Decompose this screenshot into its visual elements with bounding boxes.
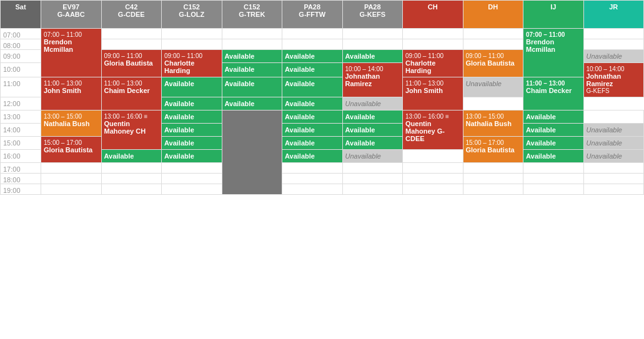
ch-1600 <box>403 150 463 163</box>
jr-1000[interactable]: 10:00 – 14:00 Johnathan Ramirez G-KEFS <box>583 63 644 97</box>
ij-1500[interactable]: Available <box>523 137 584 150</box>
jr-1700 <box>583 163 644 174</box>
table-row: 07:00 07:00 – 11:00 Brendon Mcmillan <box>1 29 644 39</box>
ev97-1800 <box>41 174 102 184</box>
pa28kefs-1500[interactable]: Available <box>342 137 403 150</box>
jr-0700 <box>583 29 644 39</box>
c42-1600[interactable]: Available <box>101 150 162 163</box>
c152lolz-0700 <box>162 29 222 39</box>
pa28fftw-0900[interactable]: Available <box>282 50 343 63</box>
ev97-1500[interactable]: 15:00 – 17:00 Gloria Bautista <box>41 137 102 163</box>
dh-1900 <box>463 184 523 195</box>
ij-1300[interactable]: Available <box>523 111 584 124</box>
ch-1100[interactable]: 11:00 – 13:00 John Smith <box>403 77 463 111</box>
dh-1100: Unavailable <box>463 77 523 97</box>
pa28fftw-1500[interactable]: Available <box>282 137 343 150</box>
c152lolz-1200[interactable]: Available <box>162 97 222 111</box>
pa28kefs-1400[interactable]: Available <box>342 124 403 137</box>
pa28fftw-1000[interactable]: Available <box>282 63 343 77</box>
dh-1300[interactable]: 13:00 – 15:00 Nathalia Bush <box>463 111 523 137</box>
dh-1700 <box>463 163 523 174</box>
ij-1100[interactable]: 11:00 – 13:00 Chaim Decker <box>523 77 584 111</box>
table-row: 11:00 11:00 – 13:00 John Smith 11:00 – 1… <box>1 77 644 97</box>
ij-0700[interactable]: 07:00 – 11:00 Brendon Mcmillan <box>523 29 584 77</box>
time-1300: 13:00 <box>1 111 41 124</box>
pa28kefs-1700 <box>342 163 403 174</box>
c152lolz-1800 <box>162 174 222 184</box>
c152lolz-1400[interactable]: Available <box>162 124 222 137</box>
ev97-1300[interactable]: 13:00 – 15:00 Nathalia Bush <box>41 111 102 137</box>
time-1100: 11:00 <box>1 77 41 97</box>
c152lolz-1700 <box>162 163 222 174</box>
schedule-container: Sat EV97 G-AABC C42 G-CDEE C152 G-LOLZ C… <box>0 0 644 195</box>
dh-0900[interactable]: 09:00 – 11:00 Gloria Bautista <box>463 50 523 77</box>
time-1000: 10:00 <box>1 63 41 77</box>
c152lolz-1600[interactable]: Available <box>162 150 222 163</box>
ij-1600[interactable]: Available <box>523 150 584 163</box>
ch-0900[interactable]: 09:00 – 11:00 Charlotte Harding <box>403 50 463 77</box>
ch-1300[interactable]: 13:00 – 16:00 ≡ Quentin Mahoney G-CDEE <box>403 111 463 150</box>
jr-1400: Unavailable <box>583 124 644 137</box>
header-c152-trek: C152 G-TREK <box>222 1 282 29</box>
dh-1200: Unavailable <box>342 97 403 111</box>
c152lolz-1300[interactable]: Available <box>162 111 222 124</box>
ev97-0700[interactable]: 07:00 – 11:00 Brendon Mcmillan <box>41 29 102 77</box>
ch-0700 <box>403 29 463 39</box>
ij-1900 <box>523 184 584 195</box>
ev97-1900 <box>41 184 102 195</box>
time-1400: 14:00 <box>1 124 41 137</box>
header-pa28-fftw: PA28 G-FFTW <box>282 1 343 29</box>
pa28kefs-1900 <box>342 184 403 195</box>
c152trek-1200[interactable]: Available <box>222 97 282 111</box>
c42-0800 <box>101 39 162 50</box>
dh-1500[interactable]: 15:00 – 17:00 Gloria Bautista <box>463 137 523 163</box>
time-1600: 16:00 <box>1 150 41 163</box>
pa28kefs-1000[interactable]: 10:00 – 14:00 Johnathan Ramirez <box>342 63 403 97</box>
c42-1700 <box>101 163 162 174</box>
ch-1900 <box>403 184 463 195</box>
pa28fftw-1200[interactable]: Available <box>282 97 343 111</box>
pa28fftw-1900 <box>282 184 343 195</box>
header-c42: C42 G-CDEE <box>101 1 162 29</box>
c42-1300[interactable]: 13:00 – 16:00 ≡ Quentin Mahoney CH <box>101 111 162 150</box>
pa28kefs-0900[interactable]: Available <box>342 50 403 63</box>
ch-1800 <box>403 174 463 184</box>
c152lolz-0900[interactable]: 09:00 – 11:00 Charlotte Harding <box>162 50 222 77</box>
c152lolz-1500[interactable]: Available <box>162 137 222 150</box>
schedule-table: Sat EV97 G-AABC C42 G-CDEE C152 G-LOLZ C… <box>0 0 644 195</box>
pa28kefs-1300[interactable]: Available <box>342 111 403 124</box>
c42-1100[interactable]: 11:00 – 13:00 Chaim Decker <box>101 77 162 111</box>
ev97-1100[interactable]: 11:00 – 13:00 John Smith <box>41 77 102 111</box>
c152trek-1100[interactable]: Available <box>222 77 282 97</box>
c42-1800 <box>101 174 162 184</box>
time-1700: 17:00 <box>1 163 41 174</box>
time-0900: 09:00 <box>1 50 41 63</box>
pa28fftw-1300[interactable]: Available <box>282 111 343 124</box>
c42-0700 <box>101 29 162 39</box>
jr-1500: Unavailable <box>583 137 644 150</box>
pa28kefs-0800 <box>342 39 403 50</box>
pa28kefs-1600: Unavailable <box>342 150 403 163</box>
ij-1400[interactable]: Available <box>523 124 584 137</box>
jr-1800 <box>583 174 644 184</box>
header-c152-lolz: C152 G-LOLZ <box>162 1 222 29</box>
jr-0800 <box>583 39 644 50</box>
header-ch: CH <box>403 1 463 29</box>
time-0800: 08:00 <box>1 39 41 50</box>
jr-1300 <box>583 111 644 124</box>
dh-0800 <box>463 39 523 50</box>
header-sat: Sat <box>1 1 41 29</box>
pa28fftw-1600[interactable]: Available <box>282 150 343 163</box>
header-ev97: EV97 G-AABC <box>41 1 102 29</box>
pa28fftw-1800 <box>282 174 343 184</box>
c152trek-0900[interactable]: Available <box>222 50 282 63</box>
ij-1700 <box>523 163 584 174</box>
pa28fftw-0700 <box>282 29 343 39</box>
c152lolz-1100[interactable]: Available <box>162 77 222 97</box>
pa28fftw-1100[interactable]: Available <box>282 77 343 97</box>
pa28fftw-1400[interactable]: Available <box>282 124 343 137</box>
c42-0900[interactable]: 09:00 – 11:00 Gloria Bautista <box>101 50 162 77</box>
jr-0900: Unavailable <box>583 50 644 63</box>
pa28kefs-0700 <box>342 29 403 39</box>
c152trek-1000[interactable]: Available <box>222 63 282 77</box>
